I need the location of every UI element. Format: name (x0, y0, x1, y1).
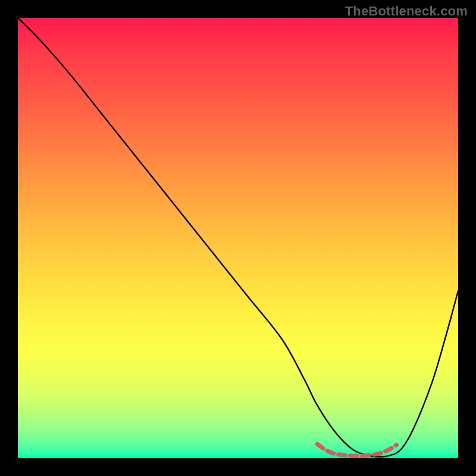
plot-area (18, 18, 458, 458)
stage: TheBottleneck.com (0, 0, 476, 476)
curve-svg (18, 18, 458, 458)
valley-highlight (317, 444, 396, 456)
main-curve (18, 18, 458, 457)
watermark-text: TheBottleneck.com (345, 4, 468, 19)
